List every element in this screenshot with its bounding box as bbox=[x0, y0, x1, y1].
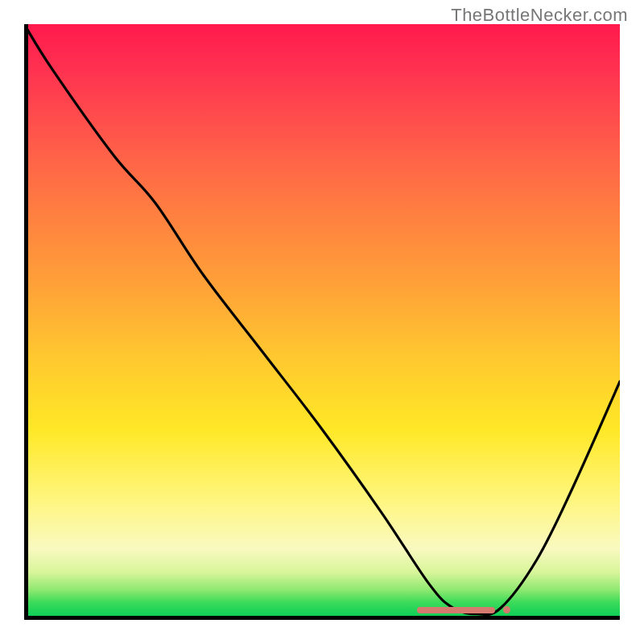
chart-plot-area bbox=[24, 24, 620, 620]
optimal-range-marker bbox=[417, 607, 494, 613]
chart-background-gradient bbox=[24, 24, 620, 620]
watermark-text: TheBottleNecker.com bbox=[451, 5, 628, 26]
optimal-range-dot bbox=[503, 606, 510, 613]
